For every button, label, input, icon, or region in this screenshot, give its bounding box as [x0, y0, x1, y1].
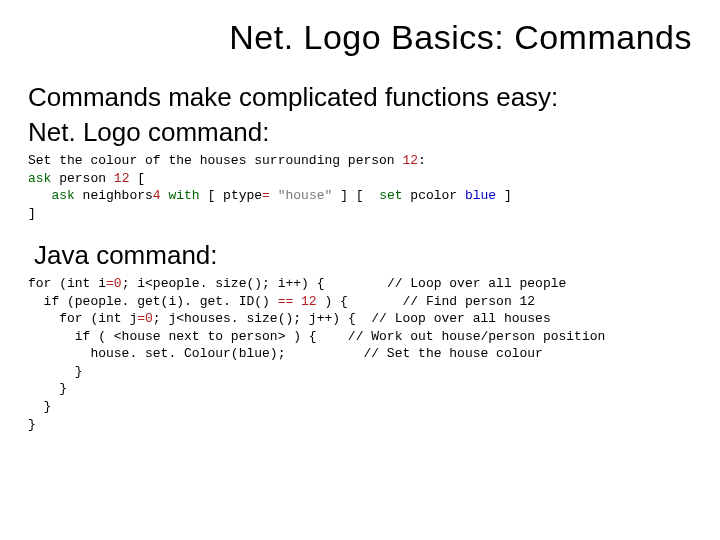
slide-title: Net. Logo Basics: Commands	[28, 18, 692, 57]
jv-line3: for (int j=0; j<houses. size(); j++) { /…	[28, 311, 551, 326]
jv-line6: }	[28, 364, 83, 379]
slide: Net. Logo Basics: Commands Commands make…	[0, 0, 720, 540]
jv-line2: if (people. get(i). get. ID() == 12 ) { …	[28, 294, 535, 309]
jv-line4: if ( <house next to person> ) { // Work …	[28, 329, 605, 344]
nl-line2: ask person 12 [	[28, 171, 145, 186]
jv-line1: for (int i=0; i<people. size(); i++) { /…	[28, 276, 566, 291]
nl-line3: ask neighbors4 with [ ptype= "house" ] […	[28, 188, 512, 203]
netlogo-code-block: Set the colour of the houses surrounding…	[28, 152, 692, 222]
java-section-label: Java command:	[34, 240, 692, 271]
intro-line-2: Net. Logo command:	[28, 116, 692, 149]
jv-line9: }	[28, 417, 36, 432]
java-code-block: for (int i=0; i<people. size(); i++) { /…	[28, 275, 692, 433]
nl-line1: Set the colour of the houses surrounding…	[28, 153, 426, 168]
nl-line4: ]	[28, 206, 36, 221]
jv-line5: house. set. Colour(blue); // Set the hou…	[28, 346, 543, 361]
jv-line8: }	[28, 399, 51, 414]
jv-line7: }	[28, 381, 67, 396]
intro-line-1: Commands make complicated functions easy…	[28, 81, 692, 114]
